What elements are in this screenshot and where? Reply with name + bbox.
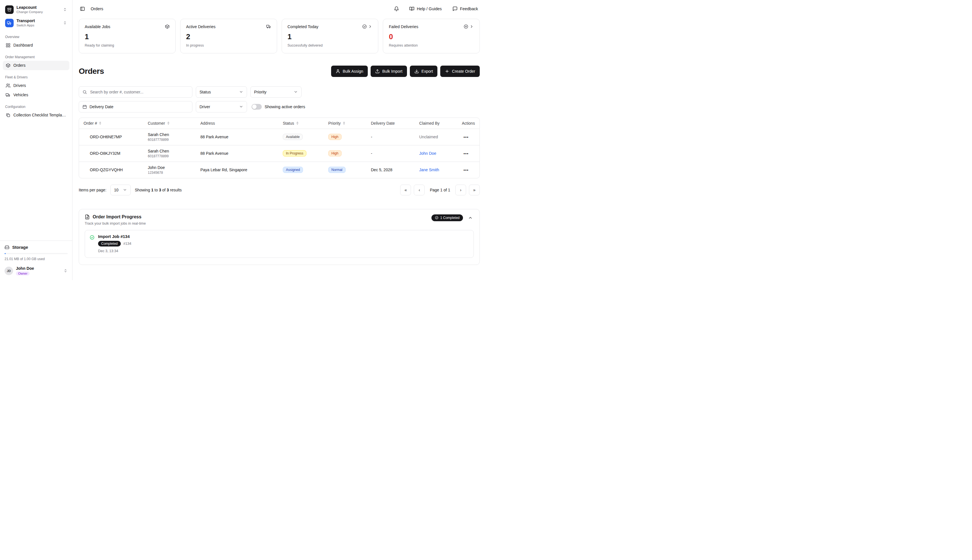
stat-card-failed-deliveries[interactable]: Failed Deliveries 0 Requires attention (383, 19, 480, 53)
first-page-button[interactable]: « (400, 185, 411, 195)
previous-page-button[interactable]: ‹ (414, 185, 425, 195)
feedback-button[interactable]: Feedback (451, 6, 480, 12)
results-summary: Showing 1 to 3 of 3 results (135, 188, 182, 192)
check-circle-icon (362, 24, 367, 29)
check-circle-icon (435, 216, 438, 220)
chevron-left-icon: ‹ (419, 187, 420, 192)
users-icon (6, 83, 10, 88)
status-badge: Assigned (283, 167, 303, 173)
claimed-by-link[interactable]: Jane Smith (419, 168, 439, 172)
help-guides-button[interactable]: Help / Guides (408, 6, 443, 12)
import-progress-title: Order Import Progress (93, 214, 142, 220)
export-button[interactable]: Export (410, 66, 437, 77)
bulk-import-button[interactable]: Bulk Import (371, 66, 407, 77)
sidebar-item-drivers[interactable]: Drivers (3, 81, 69, 90)
status-filter-label: Status (199, 90, 211, 94)
export-label: Export (422, 69, 433, 73)
chevron-right-icon[interactable] (368, 24, 372, 29)
sidebar: Leapcount Change Company Transport Switc… (0, 0, 72, 280)
stat-subtitle: Ready for claiming (85, 43, 170, 47)
sidebar-toggle-button[interactable] (79, 5, 86, 12)
driver-filter-select[interactable]: Driver (196, 101, 247, 112)
sidebar-item-label: Vehicles (13, 93, 28, 97)
sidebar-item-collection-checklist-templates[interactable]: Collection Checklist Templates (3, 110, 69, 120)
page-head: Orders Bulk Assign Bulk Import (72, 53, 486, 83)
column-header-customer[interactable]: Customer (148, 121, 194, 125)
delivery-date: - (368, 128, 416, 145)
claimed-by-link[interactable]: John Doe (419, 151, 436, 156)
column-header-priority[interactable]: Priority (328, 121, 364, 125)
message-square-icon (452, 6, 458, 12)
stat-subtitle: Successfully delivered (288, 43, 373, 47)
status-filter-select[interactable]: Status (196, 86, 247, 98)
import-progress-subtitle: Track your bulk import jobs in real-time (85, 222, 146, 225)
company-selector[interactable]: Leapcount Change Company (3, 3, 69, 16)
company-subtitle: Change Company (17, 10, 60, 14)
app-subtitle: Switch Apps (17, 23, 60, 27)
delivery-date: Dec 5, 2028 (368, 162, 416, 178)
sidebar-item-label: Orders (13, 63, 25, 68)
storage-progress-fill (5, 253, 6, 254)
app-root: Leapcount Change Company Transport Switc… (0, 0, 486, 280)
sidebar-item-orders[interactable]: Orders (3, 61, 69, 70)
truck-icon (266, 24, 271, 29)
section-label-configuration: Configuration (5, 105, 67, 109)
stats-row: Available Jobs 1 Ready for claiming Acti… (72, 18, 486, 53)
customer-phone: 12345678 (148, 171, 194, 175)
customer-phone: 60187778899 (148, 138, 194, 142)
next-page-button[interactable]: › (455, 185, 466, 195)
user-name: John Doe (16, 266, 60, 271)
items-per-page-select[interactable]: 10 (110, 185, 131, 195)
stat-title: Completed Today (288, 24, 319, 29)
sort-icon (296, 121, 299, 125)
customer-name: Sarah Chen (148, 149, 194, 153)
order-id: ORD-OH6NE7MP (79, 128, 144, 145)
sidebar-item-dashboard[interactable]: Dashboard (3, 41, 69, 50)
column-header-status[interactable]: Status (283, 121, 321, 125)
column-header-address: Address (201, 121, 276, 125)
row-actions-button[interactable]: ••• (462, 167, 470, 173)
stat-title: Failed Deliveries (389, 24, 418, 29)
notifications-button[interactable] (393, 5, 400, 12)
package-icon (6, 63, 10, 68)
sort-icon (167, 121, 170, 125)
last-page-button[interactable]: » (469, 185, 480, 195)
priority-filter-select[interactable]: Priority (250, 86, 301, 98)
user-icon (336, 69, 340, 73)
chevron-down-icon (239, 90, 243, 94)
stat-card-completed-today[interactable]: Completed Today 1 Successfully delivered (282, 19, 378, 53)
claimed-by: Unclaimed (419, 135, 438, 139)
app-selector[interactable]: Transport Switch Apps (3, 16, 69, 30)
create-order-button[interactable]: Create Order (440, 66, 480, 77)
order-id: ORD-O8KJY32M (79, 145, 144, 162)
chevron-right-icon[interactable] (470, 24, 474, 29)
chevrons-up-down-icon (63, 7, 67, 12)
sidebar-item-label: Collection Checklist Templates (13, 113, 67, 117)
row-actions-button[interactable]: ••• (462, 134, 470, 140)
collapse-button[interactable] (467, 214, 474, 221)
feedback-label: Feedback (460, 7, 478, 11)
bulk-assign-button[interactable]: Bulk Assign (331, 66, 368, 77)
x-circle-icon (463, 24, 468, 29)
stat-value: 1 (85, 32, 170, 41)
column-header-delivery-date: Delivery Date (371, 121, 412, 125)
user-role-badge: Owner (16, 272, 30, 275)
import-job-ref: #134 (123, 242, 131, 246)
active-orders-toggle[interactable] (251, 104, 262, 110)
stat-value: 2 (186, 32, 271, 41)
sidebar-item-vehicles[interactable]: Vehicles (3, 90, 69, 100)
bell-icon (394, 6, 399, 12)
priority-filter-label: Priority (254, 90, 267, 94)
check-circle-icon (90, 235, 95, 240)
search-input[interactable] (90, 90, 189, 95)
chevrons-left-icon: « (405, 187, 407, 192)
bulk-assign-label: Bulk Assign (343, 69, 363, 73)
user-menu[interactable]: JD John Doe Owner (0, 263, 72, 280)
table-row: ORD-OH6NE7MP Sarah Chen 60187778899 88 P… (79, 128, 480, 145)
sort-icon (342, 121, 346, 125)
delivery-date-filter-label: Delivery Date (90, 105, 114, 109)
column-header-order[interactable]: Order # (84, 121, 141, 125)
delivery-date-filter[interactable]: Delivery Date (79, 101, 192, 112)
row-actions-button[interactable]: ••• (462, 151, 470, 156)
table-row: ORD-QZGYVQHH John Doe 12345678 Paya Leba… (79, 162, 480, 178)
